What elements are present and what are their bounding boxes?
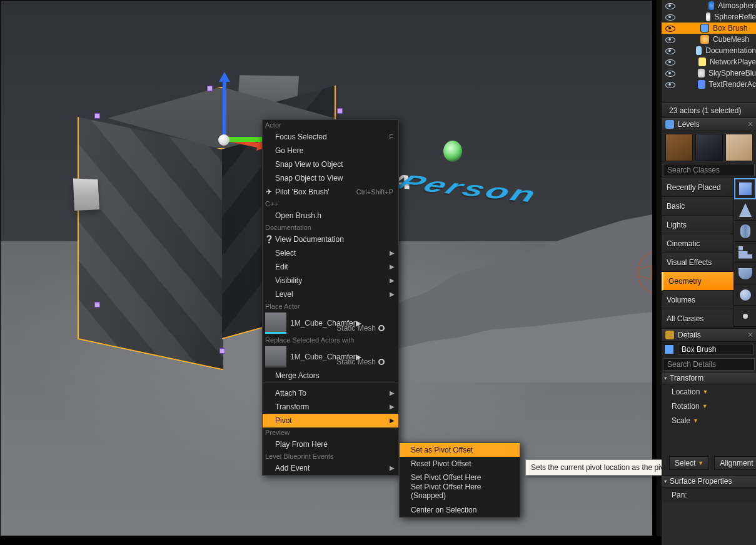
actor-type-icon bbox=[698, 80, 705, 89]
category-list: Recently Placed Basic Lights Cinematic V… bbox=[662, 178, 733, 328]
ctx-focus-selected[interactable]: Focus Selected F bbox=[263, 130, 398, 144]
visibility-toggle-icon[interactable] bbox=[664, 47, 671, 54]
ctx-pivot[interactable]: Pivot▶ bbox=[263, 414, 398, 428]
dropdown-arrow-icon[interactable]: ▼ bbox=[702, 389, 708, 395]
submenu-arrow-icon: ▶ bbox=[390, 417, 395, 424]
viewport-splitter[interactable] bbox=[652, 1, 656, 536]
cat-volumes[interactable]: Volumes bbox=[662, 291, 733, 309]
submenu-arrow-icon: ▶ bbox=[390, 389, 395, 396]
geom-sphere-icon[interactable] bbox=[734, 284, 756, 306]
vertex-handle[interactable] bbox=[337, 108, 343, 114]
cat-geometry[interactable]: Geometry bbox=[662, 272, 733, 291]
sub-label: Reset Pivot Offset bbox=[411, 459, 471, 468]
level-thumb[interactable] bbox=[725, 134, 753, 161]
ctx-add-event[interactable]: Add Event▶ bbox=[263, 461, 398, 475]
visibility-toggle-icon[interactable] bbox=[664, 13, 670, 21]
visibility-toggle-icon[interactable] bbox=[664, 36, 675, 43]
geom-cylinder-icon[interactable] bbox=[734, 221, 756, 242]
alignment-button[interactable]: Alignment▼ bbox=[714, 456, 756, 470]
player-start-icon[interactable] bbox=[443, 141, 462, 162]
ctx-label: View Documentation bbox=[275, 235, 344, 244]
cat-all-classes[interactable]: All Classes bbox=[662, 309, 733, 328]
ctx-go-here[interactable]: Go Here bbox=[263, 144, 398, 158]
actor-label: Atmospheri bbox=[718, 1, 756, 10]
search-classes-input[interactable]: Search Classes bbox=[663, 164, 755, 176]
geom-box-icon[interactable] bbox=[734, 178, 756, 199]
outliner-row[interactable]: SkySphereBlu bbox=[662, 68, 756, 79]
ctx-snap-object-to-view[interactable]: Snap Object to View bbox=[263, 171, 398, 185]
visibility-toggle-icon[interactable] bbox=[664, 24, 675, 32]
close-icon[interactable]: ✕ bbox=[747, 331, 753, 339]
outliner-row[interactable]: CubeMesh bbox=[662, 34, 756, 45]
geom-cone-icon[interactable] bbox=[734, 199, 756, 221]
asset-thumb-icon bbox=[265, 346, 286, 368]
ctx-merge-actors[interactable]: Merge Actors bbox=[263, 369, 398, 382]
dropdown-arrow-icon[interactable]: ▼ bbox=[693, 418, 698, 424]
geom-stair-icon[interactable] bbox=[734, 242, 756, 263]
outliner-row-selected[interactable]: Box Brush bbox=[662, 22, 756, 34]
level-thumb[interactable] bbox=[665, 134, 693, 161]
actor-name-field[interactable]: Box Brush bbox=[678, 344, 753, 355]
details-actor-row: Box Brush bbox=[662, 342, 756, 357]
class-categories: Recently Placed Basic Lights Cinematic V… bbox=[662, 178, 756, 328]
cat-lights[interactable]: Lights bbox=[662, 216, 733, 234]
ctx-play-from-here[interactable]: Play From Here bbox=[263, 438, 398, 451]
ctx-label: Select bbox=[275, 249, 296, 258]
levels-panel-title[interactable]: Levels ✕ bbox=[662, 118, 756, 131]
ctx-edit[interactable]: Edit▶ bbox=[263, 260, 398, 274]
vertex-handle[interactable] bbox=[219, 348, 225, 354]
outliner-row[interactable]: NetworkPlaye bbox=[662, 56, 756, 68]
details-panel-title[interactable]: Details ✕ bbox=[662, 328, 756, 342]
level-thumb[interactable] bbox=[695, 134, 723, 161]
outliner-row[interactable]: SphereRefle bbox=[662, 11, 756, 22]
close-icon[interactable]: ✕ bbox=[747, 120, 753, 129]
ctx-shortcut: Ctrl+Shift+P bbox=[356, 188, 393, 196]
prop-scale[interactable]: Scale▼ bbox=[662, 413, 756, 428]
vertex-handle[interactable] bbox=[94, 113, 100, 119]
actor-type-icon bbox=[700, 24, 709, 32]
dropdown-arrow-icon[interactable]: ▼ bbox=[702, 403, 708, 409]
ctx-view-documentation[interactable]: ❔ View Documentation bbox=[263, 232, 398, 246]
ctx-pilot[interactable]: ✈ Pilot 'Box Brush' Ctrl+Shift+P bbox=[263, 185, 398, 199]
prop-location[interactable]: Location▼ bbox=[662, 384, 756, 399]
ctx-place-asset[interactable]: 1M_Cube_Chamfer Static Mesh ▶ bbox=[263, 311, 398, 335]
sub-reset-pivot-offset[interactable]: Reset Pivot Offset bbox=[400, 457, 520, 471]
ctx-transform[interactable]: Transform▶ bbox=[263, 400, 398, 414]
cat-visual-effects[interactable]: Visual Effects bbox=[662, 253, 733, 272]
ctx-visibility[interactable]: Visibility▶ bbox=[263, 274, 398, 288]
visibility-toggle-icon[interactable] bbox=[664, 69, 673, 77]
cat-cinematic[interactable]: Cinematic bbox=[662, 234, 733, 253]
visibility-toggle-icon[interactable] bbox=[664, 81, 673, 88]
sub-set-pivot-offset[interactable]: Set as Pivot Offset bbox=[400, 443, 520, 457]
select-button[interactable]: Select▼ bbox=[669, 456, 709, 470]
sub-set-pivot-here-snapped[interactable]: Set Pivot Offset Here (Snapped) bbox=[400, 484, 520, 498]
ctx-attach-to[interactable]: Attach To▶ bbox=[263, 386, 398, 400]
outliner-row[interactable]: Atmospheri bbox=[662, 0, 756, 11]
ctx-level[interactable]: Level▶ bbox=[263, 288, 398, 301]
wedge-actor[interactable] bbox=[73, 178, 99, 211]
ctx-snap-view-to-object[interactable]: Snap View to Object bbox=[263, 158, 398, 171]
ctx-select[interactable]: Select▶ bbox=[263, 246, 398, 260]
search-details-input[interactable]: Search Details bbox=[663, 358, 755, 371]
outliner-row[interactable]: Documentation bbox=[662, 45, 756, 56]
cat-recently-placed[interactable]: Recently Placed bbox=[662, 178, 733, 197]
vertex-handle[interactable] bbox=[207, 86, 213, 91]
outliner-footer: 23 actors (1 selected) bbox=[662, 102, 756, 118]
ctx-open-brush-h[interactable]: Open Brush.h bbox=[263, 209, 398, 222]
surface-properties-header[interactable]: Surface Properties bbox=[662, 475, 756, 488]
prop-label: Rotation bbox=[672, 402, 700, 411]
visibility-toggle-icon[interactable] bbox=[664, 2, 672, 9]
visibility-toggle-icon[interactable] bbox=[664, 58, 673, 66]
sub-center-on-selection[interactable]: Center on Selection bbox=[400, 503, 520, 517]
prop-label: Location bbox=[672, 388, 700, 396]
prop-rotation[interactable]: Rotation▼ bbox=[662, 399, 756, 413]
ctx-replace-asset[interactable]: 1M_Cube_Chamfer Static Mesh ▶ bbox=[263, 345, 398, 369]
geom-curved-stair-icon[interactable] bbox=[734, 263, 756, 284]
actor-label: TextRenderAc bbox=[709, 80, 756, 89]
transform-header[interactable]: Transform bbox=[662, 372, 756, 384]
ctx-label: Focus Selected bbox=[275, 132, 327, 141]
geom-more-icon[interactable] bbox=[734, 306, 756, 327]
outliner-row[interactable]: TextRenderAc bbox=[662, 79, 756, 90]
vertex-handle[interactable] bbox=[94, 302, 100, 308]
cat-basic[interactable]: Basic bbox=[662, 197, 733, 216]
